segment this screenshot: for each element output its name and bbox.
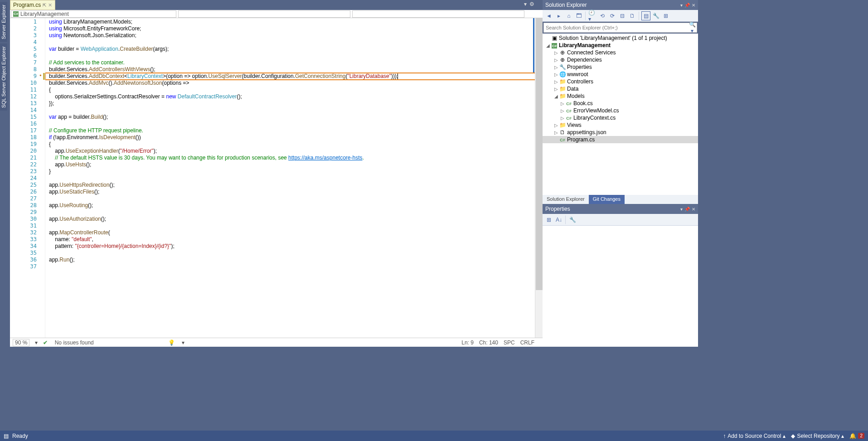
code-line[interactable]: if (!app.Environment.IsDevelopment())	[45, 134, 543, 141]
code-line[interactable]: // The default HSTS value is 30 days. Yo…	[45, 155, 543, 161]
properties-grid[interactable]	[543, 226, 698, 348]
code-line[interactable]	[45, 263, 543, 270]
code-line[interactable]	[45, 107, 543, 114]
add-to-source-control[interactable]: ↑ Add to Source Control ▴	[723, 433, 786, 439]
expand-icon[interactable]: ▷	[553, 72, 559, 77]
notifications-bell[interactable]: 🔔2	[849, 433, 864, 439]
window-options-gear-icon[interactable]: ⚙	[529, 1, 534, 7]
code-line[interactable]	[45, 209, 543, 216]
refresh-icon[interactable]: ⟳	[608, 11, 617, 20]
code-line[interactable]	[45, 195, 543, 202]
sql-server-object-explorer-tab[interactable]: SQL Server Object Explorer	[0, 44, 7, 111]
autohide-pin-icon[interactable]: 📌	[684, 207, 690, 212]
search-input[interactable]	[544, 25, 688, 30]
code-line[interactable]: app.UseExceptionHandler("/Home/Error");	[45, 148, 543, 155]
search-icon[interactable]: 🔍▾	[688, 21, 697, 34]
tree-node[interactable]: ▷🌐wwwroot	[543, 71, 698, 78]
code-line[interactable]: app.UseStaticFiles();	[45, 189, 543, 195]
tab-solution-explorer[interactable]: Solution Explorer	[543, 195, 589, 204]
alphabetical-icon[interactable]: A↓	[554, 215, 563, 224]
codelens-icon[interactable]: 💡 ▾	[168, 339, 184, 346]
forward-icon[interactable]: ▸	[554, 11, 563, 20]
expand-icon[interactable]: ▷	[553, 58, 559, 63]
code-line[interactable]	[45, 53, 543, 59]
code-line[interactable]: app.Run();	[45, 257, 543, 263]
line-indicator[interactable]: Ln: 9	[461, 339, 474, 346]
expand-icon[interactable]: ▷	[553, 79, 559, 84]
tab-git-changes[interactable]: Git Changes	[589, 195, 625, 204]
home-icon[interactable]: ⌂	[564, 11, 573, 20]
vertical-scrollbar[interactable]	[535, 18, 543, 338]
tree-node[interactable]: ◢📁Models	[543, 92, 698, 100]
sync-active-doc-icon[interactable]: ⟲	[598, 11, 607, 20]
code-line[interactable]: // Add services to the container.	[45, 59, 543, 66]
issues-dropdown-icon[interactable]: ▾	[35, 339, 38, 346]
autohide-pin-icon[interactable]: 📌	[684, 3, 690, 8]
tree-node[interactable]: ▷📁Views	[543, 121, 698, 129]
tree-node[interactable]: ▷C#ErrorViewModel.cs	[543, 107, 698, 114]
property-pages-icon[interactable]: 🔧	[568, 215, 577, 224]
tree-node[interactable]: ▷C#Book.cs	[543, 100, 698, 107]
code-line[interactable]	[45, 250, 543, 257]
code-line[interactable]: {	[45, 141, 543, 148]
code-line[interactable]: });	[45, 100, 543, 107]
back-icon[interactable]: ◄	[544, 11, 553, 20]
code-line[interactable]: using Newtonsoft.Json.Serialization;	[45, 32, 543, 39]
show-all-files-icon[interactable]: 🗋	[628, 11, 637, 20]
code-line[interactable]: // Configure the HTTP request pipeline.	[45, 127, 543, 134]
window-position-icon[interactable]: ▾	[680, 3, 683, 8]
expand-icon[interactable]: ▷	[553, 87, 559, 92]
tree-node[interactable]: ◢C#LibraryManagement	[543, 42, 698, 49]
line-ending-indicator[interactable]: CRLF	[520, 339, 534, 346]
code-line[interactable]: app.UseRouting();	[45, 202, 543, 209]
code-line[interactable]: var app = builder.Build();	[45, 114, 543, 121]
tree-node[interactable]: C#Program.cs	[543, 136, 698, 143]
code-line[interactable]: name: "default",	[45, 236, 543, 243]
preview-selected-icon[interactable]: ▤	[641, 11, 650, 20]
tree-node[interactable]: ▷📁Data	[543, 85, 698, 92]
pin-icon[interactable]: ⇱	[43, 3, 46, 8]
tab-program-cs[interactable]: Program.cs ⇱ ✕	[10, 0, 55, 10]
tree-node[interactable]: ▷🔧Properties	[543, 63, 698, 71]
expand-icon[interactable]: ▷	[553, 50, 559, 55]
tree-node[interactable]: ▷C#LibraryContext.cs	[543, 114, 698, 121]
code-line[interactable]: pattern: "{controller=Home}/{action=Inde…	[45, 243, 543, 250]
code-line[interactable]: using Microsoft.EntityFrameworkCore;	[45, 25, 543, 32]
code-line[interactable]: app.UseHttpsRedirection();	[45, 182, 543, 189]
code-line[interactable]: app.UseHsts();	[45, 161, 543, 168]
code-line[interactable]: }	[45, 168, 543, 175]
zoom-level[interactable]: 90 %	[13, 339, 29, 346]
expand-icon[interactable]: ▷	[553, 130, 559, 135]
type-dropdown[interactable]	[178, 10, 350, 18]
tree-node[interactable]: ▣Solution 'LibraryManagement' (1 of 1 pr…	[543, 34, 698, 42]
code-line[interactable]: using LibraryManagement.Models;	[45, 19, 543, 25]
close-panel-icon[interactable]: ✕	[692, 3, 695, 8]
solution-tree[interactable]: ▣Solution 'LibraryManagement' (1 of 1 pr…	[543, 34, 698, 195]
expand-icon[interactable]: ▷	[560, 101, 565, 106]
switch-views-icon[interactable]: 🗔	[574, 11, 583, 20]
indent-indicator[interactable]: SPC	[504, 339, 515, 346]
active-files-dropdown-icon[interactable]: ▾	[524, 1, 527, 7]
close-icon[interactable]: ✕	[48, 2, 52, 8]
tree-node[interactable]: ▷📁Controllers	[543, 78, 698, 85]
collapse-all-icon[interactable]: ⊟	[618, 11, 627, 20]
code-line[interactable]	[45, 39, 543, 46]
code-line[interactable]	[45, 121, 543, 127]
tree-node[interactable]: ▷🗋appsettings.json	[543, 129, 698, 136]
issues-text[interactable]: No issues found	[55, 339, 94, 346]
window-position-icon[interactable]: ▾	[680, 207, 683, 212]
output-window-icon[interactable]: ▤	[4, 433, 9, 439]
expand-icon[interactable]: ▷	[553, 65, 559, 70]
code-line[interactable]: builder.Services.AddControllersWithViews…	[45, 66, 543, 73]
project-dropdown[interactable]: C#LibraryManagement	[11, 10, 176, 18]
server-explorer-tab[interactable]: Server Explorer	[0, 2, 7, 42]
code-line[interactable]: options.SerializerSettings.ContractResol…	[45, 93, 543, 100]
scrollbar-thumb[interactable]	[536, 18, 543, 290]
member-dropdown[interactable]	[352, 10, 524, 18]
code-line[interactable]	[45, 175, 543, 182]
pending-changes-filter-icon[interactable]: 🕘▾	[588, 11, 597, 20]
code-line[interactable]: builder.Services.AddDbContext<LibraryCon…	[45, 73, 543, 80]
categorized-icon[interactable]: ⊞	[544, 215, 553, 224]
expand-icon[interactable]: ◢	[553, 94, 559, 99]
code-line[interactable]: builder.Services.AddMvc().AddNewtonsoftJ…	[45, 80, 543, 87]
